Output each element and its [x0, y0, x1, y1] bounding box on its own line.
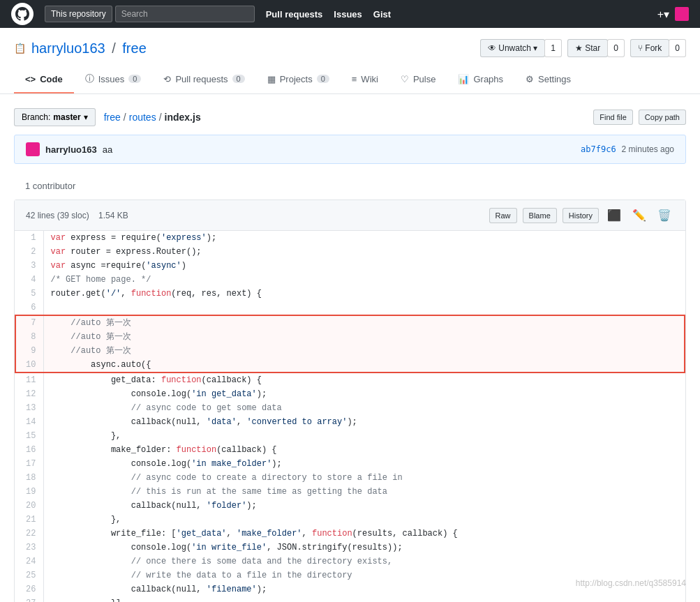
search-scope-label: This repository [45, 6, 112, 22]
commit-author-avatar [26, 142, 40, 156]
breadcrumb-routes[interactable]: routes [129, 112, 156, 123]
tab-code-icon: <> [25, 74, 36, 84]
blame-button[interactable]: Blame [523, 208, 557, 223]
nav-gist[interactable]: Gist [373, 9, 391, 20]
repo-owner-link[interactable]: harryluo163 [31, 40, 105, 56]
branch-dropdown-icon: ▾ [84, 112, 88, 122]
breadcrumb-root[interactable]: free [104, 112, 121, 123]
table-row: 24 // once there is some data and the di… [15, 555, 685, 569]
line-code: write_file: ['get_data', 'make_folder', … [43, 527, 685, 541]
history-button[interactable]: History [563, 208, 599, 223]
table-row: 3var async =require('async') [15, 259, 685, 273]
table-row: 20 callback(null, 'folder'); [15, 499, 685, 513]
line-code: }, [43, 513, 685, 527]
repo-actions: 👁 Unwatch ▾ 1 ★ Star 0 ⑂ Fork 0 [480, 39, 686, 57]
commit-sha-link[interactable]: ab7f9c6 [581, 144, 616, 154]
repo-full-name: harryluo163 / free [31, 40, 147, 57]
table-row: 4/* GET home page. */ [15, 273, 685, 287]
line-number: 13 [15, 401, 43, 415]
unwatch-button[interactable]: 👁 Unwatch ▾ [480, 39, 545, 57]
line-code: callback(null, 'data', 'converted to arr… [43, 415, 685, 429]
desktop-view-button[interactable]: ⬛ [604, 206, 624, 225]
line-number: 18 [15, 471, 43, 485]
line-code: var async =require('async') [43, 259, 685, 273]
tab-pulse[interactable]: ♡ Pulse [389, 66, 447, 93]
breadcrumb-sep-2: / [159, 112, 162, 123]
line-number: 10 [15, 358, 43, 373]
tab-projects-label: Projects [280, 74, 313, 84]
copy-path-button[interactable]: Copy path [639, 110, 686, 125]
line-code: async.auto({ [43, 358, 685, 373]
branch-name: master [53, 112, 80, 122]
table-row: 15 }, [15, 429, 685, 443]
repo-icon: 📋 [14, 43, 26, 54]
search-input[interactable] [115, 6, 255, 22]
fork-button[interactable]: ⑂ Fork [630, 39, 669, 57]
line-number: 2 [15, 245, 43, 259]
main-content: Branch: master ▾ free / routes / index.j… [0, 94, 700, 602]
tab-settings[interactable]: ⚙ Settings [514, 66, 582, 93]
tab-pr-label: Pull requests [175, 74, 228, 84]
tab-projects[interactable]: ▦ Projects 0 [256, 66, 341, 93]
table-row: 1var express = require('express'); [15, 231, 685, 245]
tab-graphs[interactable]: 📊 Graphs [447, 66, 514, 93]
line-code: }], [43, 596, 685, 602]
commit-info-bar: harryluo163 aa ab7f9c6 2 minutes ago [14, 135, 686, 164]
find-file-button[interactable]: Find file [593, 110, 633, 125]
raw-button[interactable]: Raw [489, 208, 517, 223]
line-number: 12 [15, 387, 43, 401]
branch-selector-button[interactable]: Branch: master ▾ [14, 108, 96, 126]
edit-button[interactable]: ✏️ [630, 206, 649, 225]
repo-separator: / [112, 40, 116, 56]
nav-issues[interactable]: Issues [334, 9, 362, 20]
tab-issues[interactable]: ⓘ Issues 0 [74, 66, 153, 93]
repo-name-link[interactable]: free [122, 40, 146, 56]
nav-pull-requests[interactable]: Pull requests [266, 9, 323, 20]
line-code: //auto 第一次 [43, 344, 685, 358]
user-avatar[interactable] [675, 7, 689, 21]
table-row: 19 // this is run at the same time as ge… [15, 485, 685, 499]
line-number: 25 [15, 569, 43, 582]
file-header: 42 lines (39 sloc) 1.54 KB Raw Blame His… [15, 200, 685, 231]
table-row: 23 console.log('in write_file', JSON.str… [15, 541, 685, 555]
tab-issues-label: Issues [98, 74, 125, 84]
path-actions: Find file Copy path [593, 110, 686, 125]
breadcrumb-sep-1: / [124, 112, 126, 123]
delete-button[interactable]: 🗑️ [655, 206, 674, 225]
star-count: 0 [607, 39, 625, 57]
commit-author-link[interactable]: harryluo163 [45, 144, 97, 155]
star-button[interactable]: ★ Star [567, 39, 608, 57]
github-logo[interactable] [11, 3, 33, 25]
line-number: 4 [15, 273, 43, 287]
line-code: // write the data to a file in the direc… [43, 569, 685, 582]
line-code: // async code to get some data [43, 401, 685, 415]
table-row: 11 get_data: function(callback) { [15, 373, 685, 387]
line-code: //auto 第一次 [43, 315, 685, 330]
line-code: }, [43, 429, 685, 443]
file-size: 1.54 KB [98, 211, 128, 220]
line-number: 22 [15, 527, 43, 541]
tab-pr-count: 0 [232, 75, 245, 83]
tab-pull-requests[interactable]: ⟲ Pull requests 0 [152, 66, 255, 93]
table-row: 5router.get('/', function(req, res, next… [15, 287, 685, 301]
table-row: 27 }], [15, 596, 685, 602]
line-number: 23 [15, 541, 43, 555]
line-code: console.log('in get_data'); [43, 387, 685, 401]
line-number: 5 [15, 287, 43, 301]
file-info: 42 lines (39 sloc) 1.54 KB [26, 211, 128, 220]
line-code: callback(null, 'folder'); [43, 499, 685, 513]
code-table: 1var express = require('express');2var r… [15, 231, 685, 602]
fork-group: ⑂ Fork 0 [630, 39, 686, 57]
unwatch-count: 1 [544, 39, 562, 57]
line-number: 26 [15, 582, 43, 596]
line-number: 19 [15, 485, 43, 499]
tab-wiki[interactable]: ≡ Wiki [341, 66, 389, 93]
table-row: 7 //auto 第一次 [15, 315, 685, 330]
tab-code[interactable]: <> Code [14, 66, 74, 93]
line-code: // async code to create a directory to s… [43, 471, 685, 485]
new-dropdown-button[interactable]: +▾ [657, 8, 669, 21]
table-row: 2var router = express.Router(); [15, 245, 685, 259]
line-number: 11 [15, 373, 43, 387]
commit-message: aa [103, 144, 112, 155]
tab-issues-count: 0 [128, 75, 141, 83]
